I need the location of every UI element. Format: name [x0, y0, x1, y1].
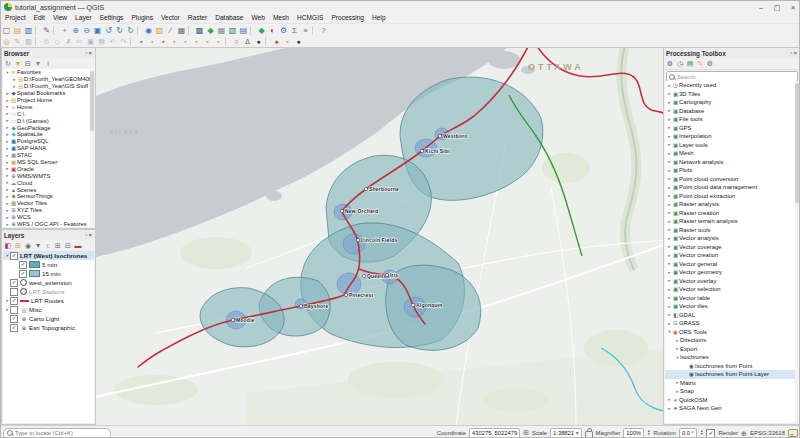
new-geopackage-icon[interactable]: ◆ [256, 25, 267, 36]
algorithm-raster-terrain-analysis[interactable]: ▸▣Raster terrain analysis [665, 217, 799, 226]
algorithm-vector-table[interactable]: ▸▣Vector table [665, 294, 799, 303]
browser-item-scenes[interactable]: ▸▲Scenes [3, 186, 94, 193]
browser-item-wfs-ogc-api-features[interactable]: ▸⊕WFS / OGC API - Features [3, 221, 94, 227]
menu-vector[interactable]: Vector [157, 13, 184, 23]
layer-item-lrt-stations[interactable]: LRT Stations [3, 287, 94, 296]
algorithm-isochrones-from-point-layer[interactable]: ◉Isochrones from Point-Layer [665, 370, 799, 379]
menu-mesh[interactable]: Mesh [269, 13, 293, 23]
rotation-stepper[interactable]: ▲▼ [700, 430, 703, 437]
algorithm-interpolation[interactable]: ▸▣Interpolation [665, 132, 799, 141]
browser-item-wms-wmts[interactable]: ▸⊕WMS/WMTS [3, 172, 94, 179]
browser-item-stac[interactable]: ▸▣STAC [3, 152, 94, 159]
maximize-button[interactable]: ▢ [769, 2, 785, 13]
browser-item-home[interactable]: ▸⌂Home [3, 103, 94, 110]
vertex-tool-icon[interactable]: ◇ [52, 36, 63, 47]
properties-icon[interactable]: i [43, 59, 53, 69]
save-project-icon[interactable]: ▥ [23, 25, 34, 36]
minimize-button[interactable]: – [753, 2, 769, 13]
browser-item-d-fourth-year-gis-stuff[interactable]: ▸▤D:\Fourth_Year\GIS Stuff [3, 83, 94, 90]
zoom-last-icon[interactable]: ↺ [103, 25, 114, 36]
point-annotation-icon[interactable]: ● [253, 36, 264, 47]
layer-item-5-min[interactable]: ✓5 min [3, 260, 94, 269]
rotate-label-icon[interactable]: ▪ [202, 36, 213, 47]
layer-visibility-checkbox[interactable]: ✓ [19, 270, 27, 278]
remove-layer-icon[interactable]: ▬ [73, 241, 83, 251]
algorithm-matrix[interactable]: ▸Matrix [665, 379, 799, 388]
magnifier-value[interactable]: 100% [623, 428, 644, 438]
algorithm-vector-coverage[interactable]: ▸▣Vector coverage [665, 243, 799, 252]
browser-item-oracle[interactable]: ▸▣Oracle [3, 165, 94, 172]
python-console-icon[interactable]: » [300, 25, 311, 36]
algorithm-vector-selection[interactable]: ▸▣Vector selection [665, 285, 799, 294]
street-view-icon[interactable]: ▪ [282, 36, 293, 47]
layer-item-west-extension[interactable]: ✓west_extension [3, 278, 94, 287]
layer-labeling-icon[interactable]: ▪ [147, 36, 158, 47]
menu-view[interactable]: View [49, 13, 71, 23]
filter-legend-icon[interactable]: ▼ [33, 241, 43, 251]
new-annotation-icon[interactable]: ○ [231, 36, 242, 47]
models-icon[interactable]: ⚙ [665, 59, 675, 69]
data-source-manager-icon[interactable]: ▩ [194, 25, 205, 36]
layer-visibility-checkbox[interactable]: ✓ [19, 261, 27, 269]
map-tips-icon[interactable]: ● [293, 36, 304, 47]
algorithm-vector-tiles[interactable]: ▸▣Vector tiles [665, 302, 799, 311]
close-panel-icon[interactable]: × [793, 50, 798, 56]
layer-item-lrt-routes[interactable]: ▸✓LRT Routes [3, 296, 94, 305]
algorithm-mesh[interactable]: ▸▣Mesh [665, 149, 799, 158]
map-canvas[interactable]: OTTAWA AYLMER WestboroKìchì SìbìSherbour… [96, 47, 663, 425]
close-button[interactable]: × [785, 2, 800, 13]
results-viewer-icon[interactable]: ▤ [685, 59, 695, 69]
processing-toolbox-icon[interactable]: ⚙ [278, 25, 289, 36]
render-checkbox[interactable]: ✓ [706, 429, 715, 438]
lock-icon[interactable] [585, 431, 593, 438]
menu-layer[interactable]: Layer [71, 13, 96, 23]
browser-item-sensorthings[interactable]: ▸◈SensorThings [3, 193, 94, 200]
browser-item-spatial-bookmarks[interactable]: ▸◆Spatial Bookmarks [3, 90, 94, 97]
browser-item-d-games[interactable]: ▸▭D:\ (Games) [3, 117, 94, 124]
layer-visibility-checkbox[interactable]: ✓ [10, 297, 18, 305]
browser-scrollbar[interactable] [90, 69, 94, 227]
algorithm-isochrones[interactable]: ▾Isochrones [665, 353, 799, 362]
new-project-icon[interactable]: ▢ [1, 25, 12, 36]
algorithm-point-cloud-data-management[interactable]: ▸▣Point cloud data management [665, 183, 799, 192]
add-raster-layer-icon[interactable]: ▦ [216, 25, 227, 36]
browser-item-d-fourth-year-geom4008[interactable]: ▸▤D:\Fourth_Year\GEOM4008 [3, 76, 94, 83]
algorithm-vector-geometry[interactable]: ▸▣Vector geometry [665, 268, 799, 277]
close-panel-icon[interactable]: × [88, 50, 93, 56]
menu-hcmgis[interactable]: HCMGIS [293, 13, 327, 23]
add-delimited-text-icon[interactable]: ▤ [238, 25, 249, 36]
browser-item-postgresql[interactable]: ▸▣PostgreSQL [3, 138, 94, 145]
browser-item-wcs[interactable]: ▸⊕WCS [3, 214, 94, 221]
menu-database[interactable]: Database [211, 13, 247, 23]
layer-item-misc[interactable]: ▸▤Misc [3, 305, 94, 314]
history-icon[interactable]: ◷ [675, 59, 685, 69]
algorithm-directions[interactable]: ▸Directions [665, 336, 799, 345]
open-layer-styling-icon[interactable]: ◧ [3, 241, 13, 251]
label-options-icon[interactable]: ▪ [136, 36, 147, 47]
algorithm-vector-general[interactable]: ▸▣Vector general [665, 260, 799, 269]
browser-item-project-home[interactable]: ▸▤Project Home [3, 97, 94, 104]
algorithm-cartography[interactable]: ▸▣Cartography [665, 98, 799, 107]
algorithm-vector-overlay[interactable]: ▸▣Vector overlay [665, 277, 799, 286]
close-panel-icon[interactable]: × [88, 232, 93, 238]
coordinate-value[interactable]: 430275, 5022479 [469, 428, 520, 438]
browser-item-sap-hana[interactable]: ▸▣SAP HANA [3, 145, 94, 152]
cut-features-icon[interactable]: ✂ [74, 36, 85, 47]
layer-item-lrt-west-isochrones[interactable]: ▾✓LRT (West) Isochrones [3, 251, 94, 260]
layer-visibility-checkbox[interactable] [10, 288, 18, 296]
algorithm-plots[interactable]: ▸▣Plots [665, 166, 799, 175]
zoom-full-icon[interactable]: ▣ [92, 25, 103, 36]
layer-visibility-checkbox[interactable]: ✓ [10, 315, 18, 323]
locate-bar[interactable] [3, 428, 111, 438]
processing-scrollbar[interactable] [795, 81, 799, 423]
layer-visibility-checkbox[interactable]: ✓ [10, 324, 18, 332]
browser-item-ms-sql-server[interactable]: ▸▣MS SQL Server [3, 159, 94, 166]
algorithm-point-cloud-extraction[interactable]: ▸▣Point cloud extraction [665, 192, 799, 201]
manage-themes-icon[interactable]: ◉ [23, 241, 33, 251]
add-group-icon[interactable]: ⊞ [13, 241, 23, 251]
zoom-out-icon[interactable]: ⊖ [81, 25, 92, 36]
pin-unpin-labels-icon[interactable]: ▪ [169, 36, 180, 47]
expand-all-icon[interactable]: ⊞ [53, 241, 63, 251]
menu-edit[interactable]: Edit [30, 13, 49, 23]
algorithm-raster-tools[interactable]: ▸▣Raster tools [665, 226, 799, 235]
